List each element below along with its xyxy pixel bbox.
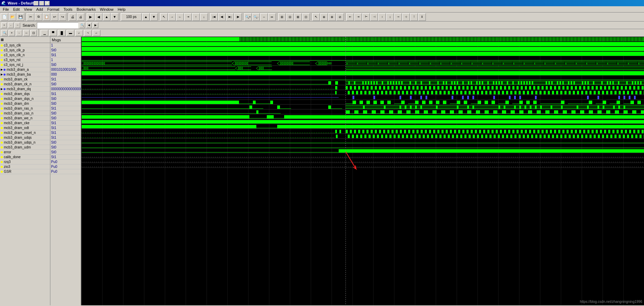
- tb-copy[interactable]: ⧉: [35, 13, 42, 21]
- tb-search-prev[interactable]: ◀: [86, 23, 92, 28]
- search-input[interactable]: [37, 22, 79, 28]
- signal-row[interactable]: mcb3_dram_odt: [0, 126, 50, 130]
- tb-end4[interactable]: ⊣: [370, 13, 378, 21]
- signal-row[interactable]: mcb3_dram_cas_n: [0, 111, 50, 116]
- wave-panel[interactable]: https://blog.csdn.net/zhangningning1996: [82, 37, 644, 305]
- tb-select[interactable]: ↖: [312, 13, 320, 21]
- tb-wave-mid[interactable]: ▬: [67, 30, 74, 36]
- tb-end10[interactable]: ⊻: [418, 13, 426, 21]
- tb-cur4[interactable]: ⇥: [184, 13, 192, 21]
- signal-row[interactable]: mcb3_dram_udqs: [0, 135, 50, 140]
- signal-row[interactable]: mcb3_dram_ras_n: [0, 106, 50, 111]
- tb-end2[interactable]: ⇥: [354, 13, 362, 21]
- signal-row[interactable]: mcb3_dram_udqs_n: [0, 140, 50, 145]
- signal-row[interactable]: mcb3_dram_udm: [0, 145, 50, 150]
- tb-wave-full[interactable]: █: [58, 30, 66, 36]
- tb-end7[interactable]: ⊸: [394, 13, 402, 21]
- tb-zoom-full[interactable]: 🔍: [1, 30, 8, 36]
- tb-save[interactable]: 💾: [17, 13, 24, 21]
- tb-wave-low[interactable]: ▁: [41, 30, 48, 36]
- expand-button[interactable]: ▶: [1, 87, 3, 91]
- signal-row[interactable]: mcb3_dram_ck_n: [0, 82, 50, 87]
- tb-cur5[interactable]: ↑: [192, 13, 200, 21]
- tb-marker[interactable]: ⊗: [328, 13, 336, 21]
- tb-print2[interactable]: 🖨: [77, 13, 84, 21]
- tb-measure[interactable]: ⊘: [336, 13, 344, 21]
- tb-wave-r2[interactable]: ¬: [84, 30, 92, 36]
- tb-undo[interactable]: ↩: [51, 13, 58, 21]
- tb-time-down[interactable]: ▼: [150, 13, 158, 21]
- tb-zoom-out[interactable]: 🔍-: [252, 13, 260, 21]
- tb-nav4[interactable]: |▶: [234, 13, 242, 21]
- signal-row[interactable]: calib_done: [0, 155, 50, 160]
- tb-nav1[interactable]: |◀: [210, 13, 218, 21]
- signal-row[interactable]: zio3: [0, 164, 50, 169]
- signal-row[interactable]: ▶mcb3_dram_a: [0, 67, 50, 72]
- tb-zoom-in2[interactable]: +: [9, 30, 15, 36]
- tb-paste[interactable]: 📋: [43, 13, 50, 21]
- tb-end8[interactable]: ⊹: [402, 13, 410, 21]
- expand-button[interactable]: ▶: [1, 73, 3, 76]
- tb-s1[interactable]: +: [1, 23, 7, 28]
- tb-time-display[interactable]: 100 ps: [121, 13, 142, 21]
- signal-row[interactable]: c3_sys_clk: [0, 43, 50, 48]
- tb-open[interactable]: 📂: [9, 13, 16, 21]
- tb-tool3[interactable]: ⊠: [294, 13, 302, 21]
- menu-help[interactable]: Help: [116, 7, 128, 12]
- signal-row[interactable]: mcb3_dram_we_n: [0, 116, 50, 121]
- tb-zoom1[interactable]: ↔: [260, 13, 268, 21]
- signal-row[interactable]: ▶mcb3_dram_ba: [0, 72, 50, 77]
- tb-end9[interactable]: ⊺: [410, 13, 418, 21]
- menu-format[interactable]: Format: [45, 7, 61, 12]
- tb-sig3[interactable]: ▲: [103, 13, 110, 21]
- tb-cur2[interactable]: →: [168, 13, 176, 21]
- signal-row[interactable]: mcb3_dram_cke: [0, 121, 50, 126]
- tb-s3[interactable]: →: [15, 23, 20, 28]
- menu-window[interactable]: Window: [98, 7, 116, 12]
- signal-row[interactable]: rzq3: [0, 160, 50, 164]
- menu-tools[interactable]: Tools: [61, 7, 75, 12]
- signal-row[interactable]: mcb3_dram_ck: [0, 77, 50, 82]
- signal-row[interactable]: GSR: [0, 169, 50, 174]
- tb-nav3[interactable]: ▶|: [226, 13, 234, 21]
- tb-tool1[interactable]: ⊞: [278, 13, 286, 21]
- tb-end5[interactable]: ↕: [378, 13, 386, 21]
- tb-zoom-out2[interactable]: -: [16, 30, 22, 36]
- menu-view[interactable]: View: [22, 7, 34, 12]
- minimize-button[interactable]: _: [34, 1, 39, 6]
- tb-zoom-in[interactable]: 🔍+: [244, 13, 252, 21]
- tb-redo[interactable]: ↪: [59, 13, 66, 21]
- tb-end1[interactable]: ⇤: [346, 13, 354, 21]
- tb-wave-r3[interactable]: ⌐: [93, 30, 100, 36]
- tb-insert[interactable]: ⊕: [320, 13, 328, 21]
- signal-row[interactable]: c3_sys_clk_p: [0, 48, 50, 53]
- tb-sig2[interactable]: ◀: [95, 13, 102, 21]
- tb-zoom-fit[interactable]: ↔: [23, 30, 30, 36]
- tb-sig4[interactable]: ▼: [111, 13, 118, 21]
- tb-cut[interactable]: ✂: [27, 13, 34, 21]
- signal-row[interactable]: c3_sys_rst: [0, 58, 50, 62]
- tb-end6[interactable]: ↨: [386, 13, 394, 21]
- tb-zoom2[interactable]: ⇔: [268, 13, 276, 21]
- tb-zoom-5[interactable]: ⊡: [31, 30, 37, 36]
- signal-row[interactable]: mcb3_dram_dm: [0, 101, 50, 106]
- close-button[interactable]: ✕: [45, 1, 50, 6]
- signal-row[interactable]: error: [0, 150, 50, 155]
- menu-edit[interactable]: Edit: [11, 7, 22, 12]
- tb-print[interactable]: 🖨: [69, 13, 76, 21]
- menu-bookmarks[interactable]: Bookmarks: [74, 7, 98, 12]
- tb-new[interactable]: 📄: [1, 13, 8, 21]
- tb-tool2[interactable]: ⊟: [286, 13, 294, 21]
- tb-s2[interactable]: -: [8, 23, 14, 28]
- tb-nav2[interactable]: ◀|: [218, 13, 226, 21]
- tb-cur3[interactable]: ←: [176, 13, 184, 21]
- tb-end3[interactable]: ⊢: [362, 13, 370, 21]
- signal-row[interactable]: c3_sys_rst_j: [0, 62, 50, 67]
- menu-add[interactable]: Add: [34, 7, 45, 12]
- signal-row[interactable]: ▶mcb3_dram_dq: [0, 87, 50, 92]
- signal-row[interactable]: mcb3_dram_dqs_n: [0, 96, 50, 101]
- tb-search-next[interactable]: ▶: [93, 23, 98, 28]
- tb-tool4[interactable]: ⊡: [302, 13, 310, 21]
- tb-wave-r1[interactable]: ⌐: [75, 30, 83, 36]
- tb-search-go[interactable]: 🔍: [80, 23, 85, 28]
